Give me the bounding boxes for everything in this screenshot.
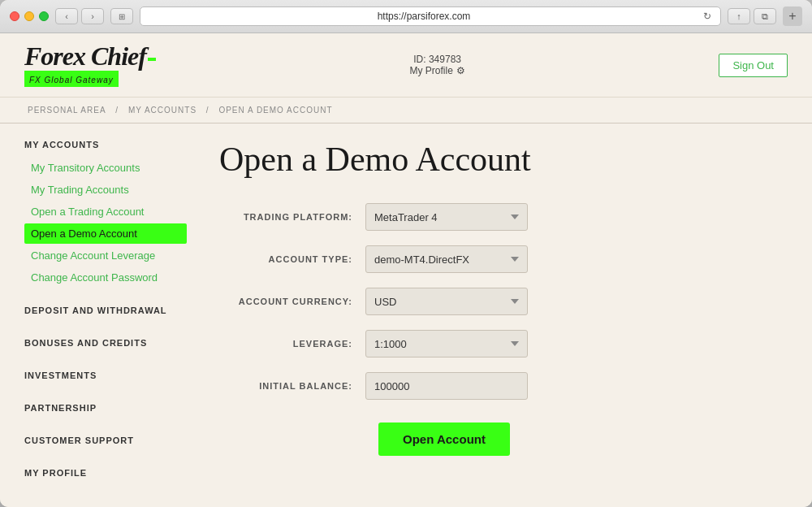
sidebar-item-transitory-accounts[interactable]: My Transitory Accounts: [24, 158, 187, 178]
sidebar-bonuses-header[interactable]: BONUSES AND CREDITS: [24, 333, 187, 353]
account-currency-select[interactable]: USD EUR GBP: [365, 288, 528, 315]
leverage-label: LEVERAGE:: [219, 339, 365, 349]
share-button[interactable]: ↑: [728, 8, 750, 24]
main-layout: MY ACCOUNTS My Transitory Accounts My Tr…: [0, 124, 812, 507]
sidebar-section-deposit: DEPOSIT AND WITHDRAWAL: [24, 301, 187, 320]
page-title: Open a Demo Account: [219, 140, 788, 179]
header-profile[interactable]: My Profile ⚙: [409, 65, 464, 76]
account-type-select[interactable]: demo-MT4.DirectFX: [365, 245, 528, 273]
browser-chrome: ‹ › ⊞ https://parsiforex.com ↻ ↑ ⧉ +: [0, 0, 812, 33]
breadcrumb: PERSONAL AREA / MY ACCOUNTS / OPEN A DEM…: [24, 106, 788, 115]
breadcrumb-item-1[interactable]: PERSONAL AREA: [28, 106, 106, 115]
breadcrumb-separator-2: /: [206, 106, 209, 115]
breadcrumb-item-3: OPEN A DEMO ACCOUNT: [218, 106, 332, 115]
sidebar-customer-support-header[interactable]: CUSTOMER SUPPORT: [24, 431, 187, 450]
initial-balance-input[interactable]: [365, 372, 528, 400]
back-button[interactable]: ‹: [55, 8, 78, 24]
logo-area: Forex Chief FX Global Gateway: [24, 43, 156, 87]
nav-buttons: ‹ ›: [55, 8, 104, 24]
logo-text: Forex Chief: [24, 43, 156, 69]
leverage-row: LEVERAGE: 1:1000 1:500 1:200 1:100: [219, 330, 788, 358]
breadcrumb-separator-1: /: [115, 106, 119, 115]
browser-window: ‹ › ⊞ https://parsiforex.com ↻ ↑ ⧉ + For…: [0, 0, 812, 507]
breadcrumb-item-2[interactable]: MY ACCOUNTS: [128, 106, 197, 115]
account-type-row: ACCOUNT TYPE: demo-MT4.DirectFX: [219, 245, 788, 273]
header-user-id: ID: 349783: [413, 54, 461, 65]
sidebar-section-customer-support: CUSTOMER SUPPORT: [24, 431, 187, 450]
sidebar-section-investments: INVESTMENTS: [24, 366, 187, 385]
maximize-button[interactable]: [39, 11, 49, 21]
logo-subtitle: FX Global Gateway: [29, 76, 114, 84]
sidebar-deposit-header[interactable]: DEPOSIT AND WITHDRAWAL: [24, 301, 187, 320]
account-type-label: ACCOUNT TYPE:: [219, 254, 365, 264]
sign-out-button[interactable]: Sign Out: [719, 54, 788, 77]
initial-balance-label: INITIAL BALANCE:: [219, 381, 365, 391]
address-bar-container: https://parsiforex.com ↻: [140, 6, 721, 26]
sidebar-item-change-leverage[interactable]: Change Account Leverage: [24, 245, 187, 266]
browser-actions: ↑ ⧉: [728, 8, 776, 24]
initial-balance-row: INITIAL BALANCE:: [219, 372, 788, 400]
sidebar-section-bonuses: BONUSES AND CREDITS: [24, 333, 187, 353]
sidebar-item-trading-accounts[interactable]: My Trading Accounts: [24, 180, 187, 200]
submit-row: Open Account: [219, 414, 788, 456]
sidebar: MY ACCOUNTS My Transitory Accounts My Tr…: [24, 140, 203, 491]
site-header: Forex Chief FX Global Gateway ID: 349783…: [0, 33, 812, 98]
logo-subtitle-bg: FX Global Gateway: [24, 71, 119, 87]
leverage-select[interactable]: 1:1000 1:500 1:200 1:100: [365, 330, 528, 358]
sidebar-my-profile-header[interactable]: MY PROFILE: [24, 463, 187, 483]
trading-platform-row: TRADING PLATFORM: MetaTrader 4 MetaTrade…: [219, 203, 788, 231]
profile-icon: ⚙: [456, 65, 465, 76]
traffic-lights: [10, 11, 49, 21]
sidebar-investments-header[interactable]: INVESTMENTS: [24, 366, 187, 385]
header-center: ID: 349783 My Profile ⚙: [409, 54, 464, 76]
sidebar-section-my-profile: MY PROFILE: [24, 463, 187, 483]
breadcrumb-bar: PERSONAL AREA / MY ACCOUNTS / OPEN A DEM…: [0, 98, 812, 124]
account-currency-row: ACCOUNT CURRENCY: USD EUR GBP: [219, 288, 788, 315]
minimize-button[interactable]: [24, 11, 34, 21]
new-tab-button[interactable]: +: [783, 6, 802, 26]
trading-platform-select[interactable]: MetaTrader 4 MetaTrader 5: [365, 203, 528, 231]
close-button[interactable]: [10, 11, 19, 21]
open-account-button[interactable]: Open Account: [378, 422, 510, 456]
logo-subtitle-container: FX Global Gateway: [24, 71, 156, 87]
sidebar-item-change-password[interactable]: Change Account Password: [24, 267, 187, 288]
account-currency-label: ACCOUNT CURRENCY:: [219, 297, 365, 306]
sidebar-item-open-trading-account[interactable]: Open a Trading Account: [24, 202, 187, 222]
sidebar-partnership-header[interactable]: PARTNERSHIP: [24, 398, 187, 418]
trading-platform-label: TRADING PLATFORM:: [219, 212, 365, 222]
forward-button[interactable]: ›: [81, 8, 104, 24]
window-toggle-button[interactable]: ⊞: [110, 8, 133, 24]
sidebar-item-open-demo-account[interactable]: Open a Demo Account: [24, 223, 187, 244]
my-accounts-section-title: MY ACCOUNTS: [24, 140, 187, 150]
profile-label: My Profile: [409, 65, 452, 76]
page-content: Forex Chief FX Global Gateway ID: 349783…: [0, 33, 812, 507]
address-bar[interactable]: https://parsiforex.com: [147, 11, 701, 22]
form-area: Open a Demo Account TRADING PLATFORM: Me…: [203, 140, 788, 491]
sidebar-section-partnership: PARTNERSHIP: [24, 398, 187, 418]
refresh-button[interactable]: ↻: [701, 10, 714, 23]
duplicate-button[interactable]: ⧉: [754, 8, 776, 24]
